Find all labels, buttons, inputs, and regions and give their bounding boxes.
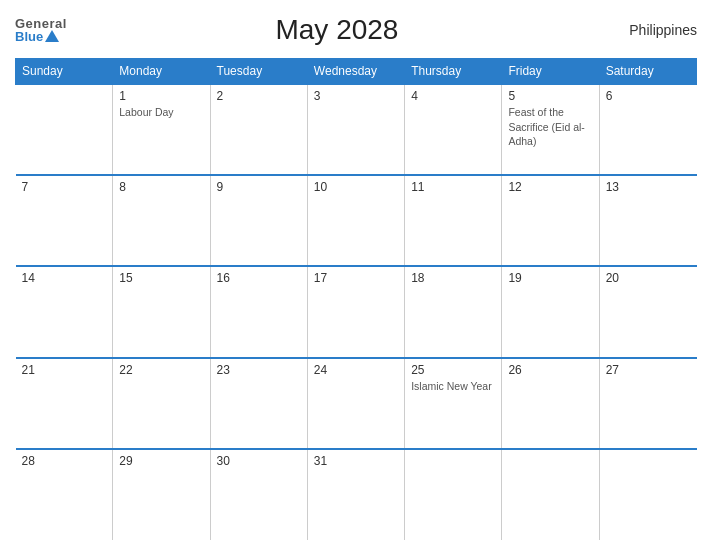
day-number: 3 xyxy=(314,89,398,103)
calendar-cell: 9 xyxy=(210,175,307,266)
day-number: 29 xyxy=(119,454,203,468)
calendar-cell: 23 xyxy=(210,358,307,449)
event-label: Islamic New Year xyxy=(411,380,492,392)
day-number: 22 xyxy=(119,363,203,377)
calendar-cell: 7 xyxy=(16,175,113,266)
day-number: 19 xyxy=(508,271,592,285)
calendar-cell: 4 xyxy=(405,84,502,175)
day-number: 23 xyxy=(217,363,301,377)
day-header-sunday: Sunday xyxy=(16,59,113,85)
calendar-cell: 14 xyxy=(16,266,113,357)
day-number: 27 xyxy=(606,363,691,377)
day-number: 18 xyxy=(411,271,495,285)
day-number: 20 xyxy=(606,271,691,285)
day-number: 24 xyxy=(314,363,398,377)
calendar-cell: 12 xyxy=(502,175,599,266)
day-number: 21 xyxy=(22,363,107,377)
day-number: 16 xyxy=(217,271,301,285)
calendar-cell: 10 xyxy=(307,175,404,266)
day-number: 10 xyxy=(314,180,398,194)
calendar-cell xyxy=(502,449,599,540)
calendar-cell: 15 xyxy=(113,266,210,357)
calendar-week-row: 28293031 xyxy=(16,449,697,540)
day-number: 11 xyxy=(411,180,495,194)
day-header-monday: Monday xyxy=(113,59,210,85)
day-number: 2 xyxy=(217,89,301,103)
calendar-cell xyxy=(599,449,696,540)
calendar-table: SundayMondayTuesdayWednesdayThursdayFrid… xyxy=(15,58,697,540)
logo-triangle-icon xyxy=(45,30,59,42)
day-number: 4 xyxy=(411,89,495,103)
page-header: General Blue May 2028 Philippines xyxy=(15,10,697,50)
calendar-cell: 20 xyxy=(599,266,696,357)
day-header-tuesday: Tuesday xyxy=(210,59,307,85)
day-number: 28 xyxy=(22,454,107,468)
day-number: 25 xyxy=(411,363,495,377)
calendar-week-row: 2122232425Islamic New Year2627 xyxy=(16,358,697,449)
calendar-week-row: 1Labour Day2345Feast of the Sacrifice (E… xyxy=(16,84,697,175)
day-number: 14 xyxy=(22,271,107,285)
day-header-wednesday: Wednesday xyxy=(307,59,404,85)
calendar-cell: 19 xyxy=(502,266,599,357)
calendar-week-row: 14151617181920 xyxy=(16,266,697,357)
day-number: 15 xyxy=(119,271,203,285)
logo: General Blue xyxy=(15,17,67,43)
day-header-friday: Friday xyxy=(502,59,599,85)
calendar-cell: 2 xyxy=(210,84,307,175)
calendar-cell xyxy=(16,84,113,175)
calendar-cell: 24 xyxy=(307,358,404,449)
calendar-cell: 30 xyxy=(210,449,307,540)
day-number: 13 xyxy=(606,180,691,194)
calendar-cell: 27 xyxy=(599,358,696,449)
calendar-cell: 28 xyxy=(16,449,113,540)
calendar-cell: 25Islamic New Year xyxy=(405,358,502,449)
calendar-week-row: 78910111213 xyxy=(16,175,697,266)
day-number: 12 xyxy=(508,180,592,194)
day-number: 26 xyxy=(508,363,592,377)
calendar-cell: 1Labour Day xyxy=(113,84,210,175)
event-label: Feast of the Sacrifice (Eid al-Adha) xyxy=(508,106,584,147)
calendar-cell: 26 xyxy=(502,358,599,449)
day-number: 7 xyxy=(22,180,107,194)
country-name: Philippines xyxy=(607,22,697,38)
day-number: 5 xyxy=(508,89,592,103)
calendar-cell: 29 xyxy=(113,449,210,540)
calendar-cell: 5Feast of the Sacrifice (Eid al-Adha) xyxy=(502,84,599,175)
calendar-cell: 13 xyxy=(599,175,696,266)
day-header-saturday: Saturday xyxy=(599,59,696,85)
day-number: 6 xyxy=(606,89,691,103)
calendar-cell: 21 xyxy=(16,358,113,449)
calendar-cell: 16 xyxy=(210,266,307,357)
calendar-cell: 31 xyxy=(307,449,404,540)
day-header-thursday: Thursday xyxy=(405,59,502,85)
day-number: 30 xyxy=(217,454,301,468)
calendar-cell: 3 xyxy=(307,84,404,175)
calendar-cell: 18 xyxy=(405,266,502,357)
day-number: 9 xyxy=(217,180,301,194)
calendar-cell: 11 xyxy=(405,175,502,266)
day-number: 17 xyxy=(314,271,398,285)
day-number: 8 xyxy=(119,180,203,194)
calendar-cell: 17 xyxy=(307,266,404,357)
calendar-header-row: SundayMondayTuesdayWednesdayThursdayFrid… xyxy=(16,59,697,85)
calendar-cell xyxy=(405,449,502,540)
calendar-cell: 22 xyxy=(113,358,210,449)
day-number: 31 xyxy=(314,454,398,468)
event-label: Labour Day xyxy=(119,106,173,118)
calendar-title: May 2028 xyxy=(67,14,607,46)
day-number: 1 xyxy=(119,89,203,103)
calendar-cell: 6 xyxy=(599,84,696,175)
logo-blue-text: Blue xyxy=(15,30,59,43)
calendar-cell: 8 xyxy=(113,175,210,266)
